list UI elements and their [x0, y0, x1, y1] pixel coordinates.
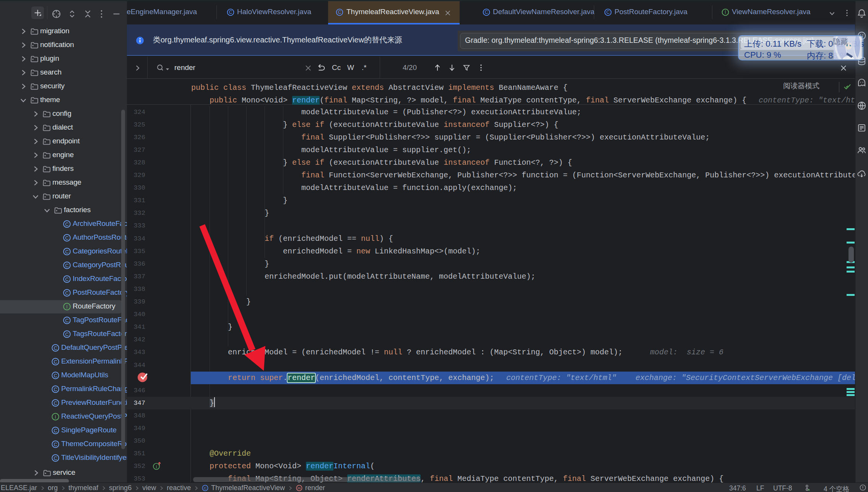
svg-text:C: C — [54, 373, 57, 378]
svg-text:C: C — [65, 235, 68, 241]
svg-text:C: C — [65, 277, 68, 282]
svg-text:C: C — [65, 291, 68, 296]
svg-text:m: m — [297, 486, 301, 490]
svg-text:C: C — [229, 10, 232, 15]
svg-text:C: C — [338, 10, 341, 15]
svg-text:I: I — [66, 304, 68, 310]
svg-text:C: C — [54, 387, 57, 392]
svg-text:C: C — [54, 346, 57, 351]
svg-text:C: C — [65, 222, 68, 227]
svg-text:I: I — [156, 464, 157, 469]
svg-text:C: C — [485, 10, 488, 15]
svg-text:I: I — [55, 414, 56, 420]
svg-text:C: C — [54, 401, 57, 406]
svg-text:C: C — [204, 486, 206, 490]
svg-text:C: C — [54, 442, 57, 447]
svg-text:C: C — [54, 359, 57, 365]
svg-text:C: C — [54, 456, 57, 461]
svg-text:C: C — [54, 428, 57, 434]
svg-text:I: I — [725, 10, 726, 15]
svg-text:C: C — [606, 10, 610, 15]
svg-text:C: C — [65, 263, 68, 268]
svg-text:C: C — [65, 318, 68, 323]
svg-text:C: C — [65, 332, 68, 337]
svg-text:C: C — [65, 249, 68, 255]
